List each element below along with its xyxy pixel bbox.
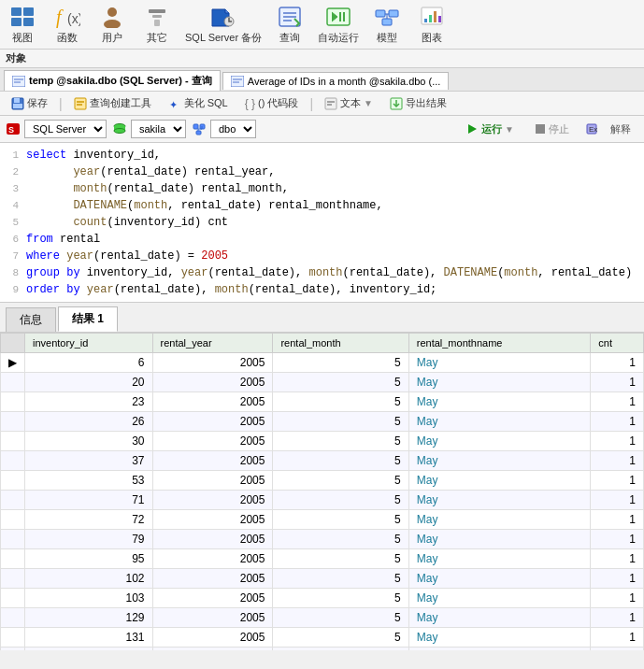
table-row[interactable]: 37 2005 5 May 1 (1, 451, 644, 471)
avg-tab-icon (231, 76, 244, 87)
code-line-4: 4 DATENAME(month, rental_date) rental_mo… (0, 197, 644, 214)
toolbar-query[interactable]: 查询 (273, 4, 307, 45)
table-row[interactable]: 103 2005 5 May 1 (1, 589, 644, 608)
svg-rect-54 (196, 131, 201, 135)
col-header-inventory-id[interactable]: inventory_id (25, 334, 153, 353)
cell-rental-month: 5 (273, 608, 408, 628)
data-table-wrap[interactable]: inventory_id rental_year rental_month re… (0, 333, 644, 650)
cell-rental-monthname: May (408, 549, 591, 569)
db-type-select[interactable]: SQL Server (24, 120, 107, 138)
svg-rect-1 (23, 7, 34, 16)
table-row[interactable]: 53 2005 5 May 1 (1, 471, 644, 491)
cell-cnt: 1 (591, 608, 644, 628)
explain-button[interactable]: 解释 (603, 121, 638, 138)
cell-rental-year: 2005 (152, 628, 273, 648)
svg-rect-2 (11, 18, 21, 26)
toolbar-user[interactable]: 用户 (95, 4, 129, 45)
cell-rental-month: 5 (273, 451, 408, 471)
toolbar-backup-label: SQL Server 备份 (185, 31, 262, 45)
stop-button[interactable]: 停止 (527, 121, 577, 138)
svg-rect-52 (193, 124, 198, 129)
toolbar-other-label: 其它 (147, 31, 167, 45)
run-dropdown-icon: ▼ (505, 124, 514, 135)
toolbar-chart[interactable]: 图表 (415, 4, 449, 45)
table-row[interactable]: 102 2005 5 May 1 (1, 569, 644, 589)
code-editor[interactable]: 1 select inventory_id, 2 year(rental_dat… (0, 143, 644, 303)
table-row[interactable]: 71 2005 5 May 1 (1, 491, 644, 510)
table-header-row: inventory_id rental_year rental_month re… (1, 334, 644, 353)
cell-rental-monthname: May (408, 569, 591, 589)
svg-text:S: S (8, 125, 14, 135)
code-block-button[interactable]: { } () 代码段 (239, 94, 305, 112)
table-row[interactable]: 30 2005 5 May 1 (1, 432, 644, 451)
export-icon (390, 97, 403, 110)
user-icon (97, 4, 127, 30)
col-header-rental-monthname[interactable]: rental_monthname (408, 334, 591, 353)
export-button[interactable]: 导出结果 (384, 94, 452, 112)
table-row[interactable]: 20 2005 5 May 1 (1, 373, 644, 392)
row-indicator (1, 530, 25, 549)
toolbar-view[interactable]: 视图 (6, 4, 39, 45)
svg-rect-9 (152, 15, 162, 18)
table-row[interactable]: 139 2005 5 May 1 (1, 648, 644, 651)
toolbar-backup[interactable]: SQL Server 备份 (185, 4, 262, 45)
object-bar: 对象 (0, 50, 644, 68)
table-row[interactable]: 72 2005 5 May 1 (1, 510, 644, 530)
table-row[interactable]: 79 2005 5 May 1 (1, 530, 644, 549)
cell-inventory-id: 102 (25, 569, 153, 589)
table-row[interactable]: 131 2005 5 May 1 (1, 628, 644, 648)
cell-rental-year: 2005 (152, 432, 273, 451)
table-row[interactable]: 129 2005 5 May 1 (1, 608, 644, 628)
tab-info-label: 信息 (20, 313, 42, 326)
text-button[interactable]: 文本 ▼ (319, 94, 379, 112)
toolbar-user-label: 用户 (102, 31, 122, 45)
save-button[interactable]: 保存 (6, 94, 53, 112)
svg-rect-16 (327, 8, 350, 25)
cell-inventory-id: 20 (25, 373, 153, 392)
tab-result1-label: 结果 1 (72, 312, 104, 325)
toolbar-model[interactable]: 模型 (370, 4, 404, 45)
model-icon (372, 4, 402, 30)
tab-query[interactable]: temp @sakila.dbo (SQL Server) - 查询 (4, 70, 221, 91)
tab-result1[interactable]: 结果 1 (58, 306, 118, 332)
text-dropdown-icon: ▼ (364, 98, 373, 108)
toolbar-function[interactable]: f (x) 函数 (50, 4, 84, 45)
cell-rental-monthname: May (408, 412, 591, 432)
cell-rental-monthname: May (408, 432, 591, 451)
db-name-select[interactable]: sakila (131, 120, 186, 138)
row-indicator (1, 549, 25, 569)
table-row[interactable]: ▶ 6 2005 5 May 1 (1, 353, 644, 373)
svg-text:✦: ✦ (169, 99, 178, 110)
tab-avg[interactable]: Average of IDs in a month @sakila.dbo (.… (222, 72, 450, 90)
toolbar-other[interactable]: 其它 (140, 4, 174, 45)
cell-inventory-id: 30 (25, 432, 153, 451)
cell-inventory-id: 37 (25, 451, 153, 471)
toolbar-autorun[interactable]: 自动运行 (318, 4, 359, 45)
selector-bar: S SQL Server sakila dbo 运 (0, 116, 644, 143)
row-indicator: ▶ (1, 353, 25, 373)
save-label: 保存 (27, 96, 48, 110)
schema-select[interactable]: dbo (210, 120, 256, 138)
col-header-rental-year[interactable]: rental_year (152, 334, 273, 353)
cell-rental-month: 5 (273, 471, 408, 491)
svg-rect-25 (424, 19, 427, 22)
cell-rental-month: 5 (273, 491, 408, 510)
col-header-cnt[interactable]: cnt (591, 334, 644, 353)
table-row[interactable]: 95 2005 5 May 1 (1, 549, 644, 569)
cell-rental-monthname: May (408, 510, 591, 530)
cell-rental-monthname: May (408, 628, 591, 648)
table-row[interactable]: 26 2005 5 May 1 (1, 412, 644, 432)
cell-rental-month: 5 (273, 373, 408, 392)
cell-rental-month: 5 (273, 628, 408, 648)
query-builder-button[interactable]: 查询创建工具 (68, 94, 157, 112)
row-indicator-header (1, 334, 25, 353)
cell-rental-month: 5 (273, 589, 408, 608)
svg-rect-38 (75, 98, 86, 109)
table-row[interactable]: 23 2005 5 May 1 (1, 392, 644, 412)
col-header-rental-month[interactable]: rental_month (273, 334, 408, 353)
cell-inventory-id: 71 (25, 491, 153, 510)
run-button[interactable]: 运行 ▼ (458, 121, 522, 138)
cell-inventory-id: 72 (25, 510, 153, 530)
beautify-button[interactable]: ✦ 美化 SQL (163, 94, 234, 112)
tab-info[interactable]: 信息 (6, 307, 56, 332)
